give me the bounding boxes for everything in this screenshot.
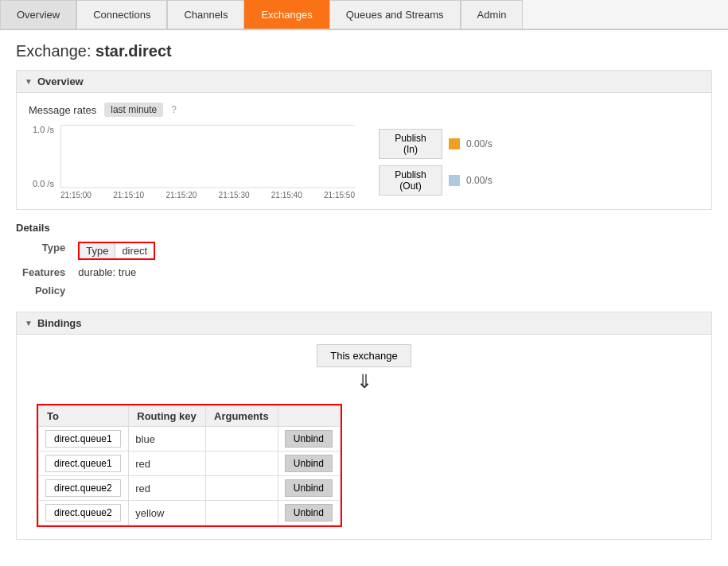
x-label-3: 21:15:30 — [219, 191, 250, 200]
x-label-0: 21:15:00 — [60, 191, 91, 200]
bindings-label: Bindings — [37, 317, 82, 329]
unbind-button[interactable]: Unbind — [285, 504, 333, 521]
binding-routing-key: red — [129, 476, 206, 501]
binding-to-cell: direct.queue2 — [39, 476, 129, 501]
unbind-button[interactable]: Unbind — [285, 430, 333, 448]
type-value-cell: Type direct — [72, 238, 162, 263]
bindings-header: ▼ Bindings — [17, 312, 711, 335]
chart-y-labels: 1.0 /s 0.0 /s — [33, 125, 54, 188]
unbind-button[interactable]: Unbind — [285, 479, 333, 497]
tab-exchanges[interactable]: Exchanges — [244, 0, 329, 29]
binding-action-cell: Unbind — [278, 452, 340, 476]
binding-to-cell: direct.queue1 — [39, 427, 129, 452]
binding-to-cell: direct.queue2 — [39, 501, 129, 525]
details-row-type: Type Type direct — [16, 238, 162, 263]
overview-label: Overview — [37, 76, 84, 87]
tab-channels[interactable]: Channels — [167, 0, 244, 29]
bindings-collapse-icon[interactable]: ▼ — [25, 319, 33, 328]
binding-arguments — [206, 427, 278, 452]
x-label-4: 21:15:40 — [271, 191, 302, 200]
publish-out-value: 0.00/s — [466, 175, 492, 186]
type-label: Type — [16, 238, 72, 263]
this-exchange-button[interactable]: This exchange — [317, 344, 411, 367]
chart-legend: Publish(In) 0.00/s Publish(Out) 0.00/s — [379, 125, 492, 196]
chart-container: 1.0 /s 0.0 /s 21:15:00 21:15:10 21:15:20 — [29, 125, 699, 200]
bindings-table-header-row: To Routing key Arguments — [39, 406, 341, 427]
table-row: direct.queue2 red Unbind — [39, 476, 341, 501]
overview-section: ▼ Overview Message rates last minute ? 1… — [16, 70, 712, 210]
page-title: Exchange: star.direct — [16, 42, 712, 60]
queue-button[interactable]: direct.queue2 — [45, 479, 121, 497]
page-title-prefix: Exchange: — [16, 42, 95, 60]
type-value: direct — [115, 243, 154, 258]
bindings-flow: This exchange ⇓ — [29, 344, 699, 396]
type-cell-wrapper: Type direct — [78, 242, 155, 260]
overview-collapse-icon[interactable]: ▼ — [25, 77, 33, 86]
details-table: Type Type direct Features durable: true … — [16, 238, 162, 300]
details-row-features: Features durable: true — [16, 263, 162, 281]
policy-label: Policy — [16, 281, 72, 300]
y-top-label: 1.0 /s — [33, 125, 54, 134]
binding-action-cell: Unbind — [278, 501, 340, 525]
tab-overview[interactable]: Overview — [0, 0, 76, 29]
tab-admin[interactable]: Admin — [461, 0, 524, 29]
binding-routing-key: red — [129, 452, 206, 476]
binding-action-cell: Unbind — [278, 427, 340, 452]
overview-header: ▼ Overview — [17, 71, 711, 93]
binding-action-cell: Unbind — [278, 476, 340, 501]
binding-to-cell: direct.queue1 — [39, 452, 129, 476]
type-key: Type — [80, 243, 115, 258]
binding-routing-key: blue — [129, 427, 206, 452]
queue-button[interactable]: direct.queue2 — [45, 504, 121, 521]
legend-item-publish-out: Publish(Out) 0.00/s — [379, 165, 492, 196]
binding-arguments — [206, 452, 278, 476]
details-label: Details — [16, 222, 712, 234]
unbind-button[interactable]: Unbind — [285, 455, 333, 472]
message-rates-row: Message rates last minute ? — [29, 103, 699, 117]
bindings-table-head: To Routing key Arguments — [39, 406, 341, 427]
binding-arguments — [206, 501, 278, 525]
legend-item-publish-in: Publish(In) 0.00/s — [379, 129, 492, 159]
publish-out-color — [449, 175, 460, 186]
binding-arguments — [206, 476, 278, 501]
details-row-policy: Policy — [16, 281, 162, 300]
col-header-action — [278, 406, 340, 427]
details-section: Details Type Type direct Features durabl… — [16, 222, 712, 300]
help-icon[interactable]: ? — [171, 104, 177, 115]
bindings-table-wrapper: To Routing key Arguments direct.queue1 b… — [37, 404, 342, 527]
tab-connections[interactable]: Connections — [76, 0, 167, 29]
x-label-5: 21:15:50 — [324, 191, 355, 200]
down-arrow-icon: ⇓ — [356, 370, 372, 393]
publish-in-value: 0.00/s — [466, 138, 492, 149]
bindings-body: This exchange ⇓ To Routing key Arguments — [17, 335, 711, 539]
policy-value — [72, 281, 162, 300]
message-rates-label: Message rates — [29, 104, 96, 116]
table-row: direct.queue2 yellow Unbind — [39, 501, 341, 525]
queue-button[interactable]: direct.queue1 — [45, 430, 121, 448]
bindings-table-body: direct.queue1 blue Unbind direct.queue1 … — [39, 427, 341, 525]
rate-badge[interactable]: last minute — [104, 103, 163, 117]
col-header-arguments: Arguments — [206, 406, 278, 427]
overview-body: Message rates last minute ? 1.0 /s 0.0 /… — [17, 93, 711, 209]
table-row: direct.queue1 red Unbind — [39, 452, 341, 476]
chart-area: 1.0 /s 0.0 /s 21:15:00 21:15:10 21:15:20 — [60, 125, 363, 200]
col-header-to: To — [39, 406, 129, 427]
queue-button[interactable]: direct.queue1 — [45, 455, 121, 472]
chart-x-labels: 21:15:00 21:15:10 21:15:20 21:15:30 21:1… — [60, 191, 355, 200]
svg-rect-0 — [61, 126, 356, 189]
tab-queues-and-streams[interactable]: Queues and Streams — [329, 0, 461, 29]
bindings-table: To Routing key Arguments direct.queue1 b… — [38, 405, 341, 525]
publish-out-button[interactable]: Publish(Out) — [379, 165, 442, 196]
publish-in-button[interactable]: Publish(In) — [379, 129, 442, 159]
x-label-2: 21:15:20 — [165, 191, 197, 200]
main-content: Exchange: star.direct ▼ Overview Message… — [0, 30, 728, 564]
nav-tabs: Overview Connections Channels Exchanges … — [0, 0, 728, 30]
features-value: durable: true — [72, 263, 162, 281]
exchange-name: star.direct — [95, 42, 172, 60]
table-row: direct.queue1 blue Unbind — [39, 427, 341, 452]
publish-in-color — [449, 138, 460, 149]
chart-svg-element — [61, 126, 356, 189]
chart-svg — [60, 125, 355, 188]
y-bottom-label: 0.0 /s — [33, 179, 54, 188]
binding-routing-key: yellow — [129, 501, 206, 525]
